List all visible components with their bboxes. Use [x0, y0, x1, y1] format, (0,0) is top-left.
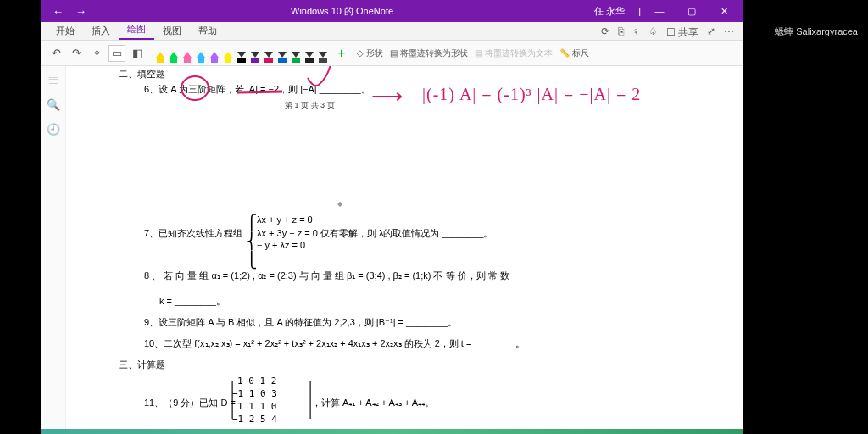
pen-000[interactable]	[236, 44, 248, 63]
ink-to-text-button: ▤ 将墨迹转换为文本	[475, 47, 553, 59]
add-pen-button[interactable]: +	[337, 46, 345, 61]
q10-text: 10、二次型 f(x₁,x₂,x₃) = x₁² + 2x₂² + tx₃² +…	[144, 337, 525, 350]
search-icon[interactable]: 🔍	[47, 98, 60, 111]
taskbar-strip	[41, 429, 743, 434]
pen-00dd55[interactable]	[168, 44, 180, 63]
library-icon[interactable]: 𝄙	[49, 73, 58, 86]
tab-home[interactable]: 开始	[47, 22, 83, 40]
undo-icon[interactable]: ↶	[47, 45, 64, 62]
q11-m4: −1 2 5 4	[232, 414, 277, 425]
pen-7719aa[interactable]	[249, 44, 261, 63]
pen-222[interactable]	[303, 44, 315, 63]
shapes-button[interactable]: ◇ 形状	[357, 47, 383, 59]
q9-text: 9、设三阶矩阵 A 与 B 相似，且 A 的特征值为 2,2,3，则 |B⁻¹|…	[144, 316, 457, 329]
q6-text: 6、设 A 为三阶矩阵，若 |A| = −2，则 |−A| ________。	[144, 83, 370, 96]
q7-sys1: λx + y + z = 0	[257, 214, 313, 225]
left-sidebar: 𝄙 🔍 🕘	[41, 66, 66, 434]
cursor-icon[interactable]: ▭	[108, 45, 125, 62]
section-heading: 二、填空题	[119, 68, 165, 81]
back-arrow-icon[interactable]: ←	[53, 5, 64, 18]
section-calc: 三、计算题	[119, 359, 165, 371]
user-name[interactable]: 任 永华	[586, 5, 633, 18]
det-left: |	[231, 373, 234, 420]
tab-help[interactable]: 帮助	[190, 22, 225, 40]
pen-ffd700[interactable]	[154, 44, 166, 63]
page-footer: 第 1 页 共 3 页	[285, 100, 335, 111]
q11-m3: 1 1 1 0	[237, 401, 276, 412]
close-button[interactable]: ✕	[710, 0, 737, 22]
pen-aa66ff[interactable]	[209, 44, 220, 63]
q8-k: k = ________。	[159, 295, 225, 308]
page-icon[interactable]: ⎘	[618, 25, 624, 40]
lasso-icon[interactable]: ✧	[88, 45, 105, 62]
brace-icon: ⎧⎨⎩	[246, 214, 258, 270]
tab-draw[interactable]: 绘图	[119, 20, 154, 40]
ruler-button[interactable]: 📏 标尺	[559, 47, 589, 59]
forward-arrow-icon[interactable]: →	[75, 5, 86, 18]
pen-444[interactable]	[317, 44, 329, 63]
q11-m2: −1 1 0 3	[232, 388, 277, 399]
watermark: 蟋蟀 Salixargyracea	[775, 25, 858, 38]
eraser-icon[interactable]: ◧	[129, 45, 146, 62]
bulb-icon[interactable]: ♀	[632, 25, 640, 40]
q11-m1: 1 0 1 2	[237, 376, 276, 387]
ink-arrow: ⟶	[371, 83, 403, 109]
pen-ffee00[interactable]	[222, 44, 234, 63]
page-canvas[interactable]: 二、填空题 6、设 A 为三阶矩阵，若 |A| = −2，则 |−A| ____…	[66, 66, 743, 434]
redo-icon[interactable]: ↷	[68, 45, 85, 62]
cursor-caret: ◆	[337, 200, 342, 208]
bell-icon[interactable]: ♤	[648, 25, 658, 40]
pen-0066cc[interactable]	[276, 44, 288, 63]
more-icon[interactable]: ⋯	[724, 25, 734, 40]
q11-text: 11、（9 分）已知 D =	[144, 397, 236, 409]
pen-33bbff[interactable]	[195, 44, 207, 63]
q7-text: 7、已知齐次线性方程组	[144, 227, 242, 240]
ink-to-shape-button[interactable]: ▤ 将墨迹转换为形状	[390, 47, 468, 59]
fullscreen-icon[interactable]: ⤢	[707, 25, 715, 40]
maximize-button[interactable]: ▢	[678, 0, 705, 22]
pen-d4145a[interactable]	[263, 44, 275, 63]
tab-insert[interactable]: 插入	[83, 22, 119, 40]
recent-icon[interactable]: 🕘	[47, 123, 60, 136]
q11-tail: ，计算 A₄₁ + A₄₂ + A₄₃ + A₄₄。	[312, 397, 434, 409]
minimize-button[interactable]: —	[646, 0, 673, 22]
share-button[interactable]: ☐ 共享	[666, 25, 698, 40]
pen-gallery	[154, 44, 329, 63]
sync-icon[interactable]: ⟳	[601, 25, 609, 40]
tab-view[interactable]: 视图	[154, 22, 190, 40]
q7-sys2: λx + 3y − z = 0 仅有零解，则 λ的取值情况为 ________。	[257, 227, 492, 240]
pen-00aa44[interactable]	[290, 44, 302, 63]
pen-ff66aa[interactable]	[181, 44, 193, 63]
window-title: Windows 10 的 OneNote	[98, 5, 586, 18]
q7-sys3: − y + λz = 0	[257, 240, 305, 250]
q8-text: 8 、 若 向 量 组 α₁ = (1;2) , α₂ = (2;3) 与 向 …	[144, 270, 509, 282]
titlebar: ← → Windows 10 的 OneNote 任 永华 | — ▢ ✕	[41, 0, 743, 22]
ribbon: ↶ ↷ ✧ ▭ ◧ + ◇ 形状 ▤ 将墨迹转换为形状 ▤ 将墨迹转换为文本 📏…	[41, 41, 743, 66]
divider: |	[638, 6, 641, 16]
ink-equation: |(-1) A| = (-1)³ |A| = −|A| = 2	[422, 85, 641, 104]
ribbon-tabs: 开始 插入 绘图 视图 帮助 ⟳ ⎘ ♀ ♤ ☐ 共享 ⤢ ⋯	[41, 22, 743, 41]
